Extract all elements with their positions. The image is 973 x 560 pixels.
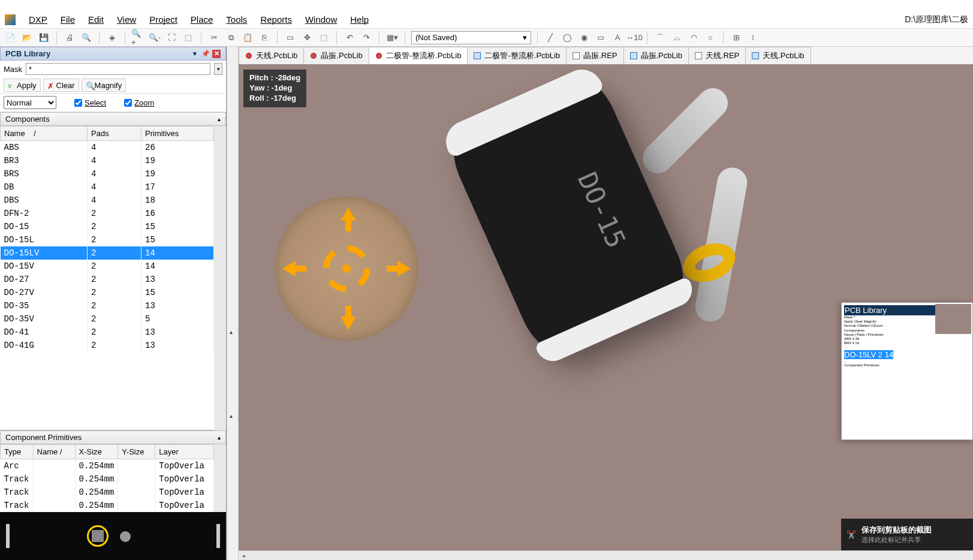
dots-icon[interactable]: ⁞	[746, 31, 760, 44]
menu-edit[interactable]: Edit	[88, 14, 104, 25]
col-ysize[interactable]: Y-Size	[118, 445, 155, 459]
menu-dxp[interactable]: DXP	[29, 14, 47, 25]
cube-icon[interactable]: ◈	[106, 31, 119, 44]
table-row[interactable]: DO-27213	[1, 273, 214, 286]
snapshot-dropdown[interactable]: (Not Saved)▾	[411, 31, 531, 44]
primitives-scrollbar[interactable]	[214, 444, 226, 512]
menu-reports[interactable]: Reports	[260, 14, 292, 25]
mask-dropdown-icon[interactable]: ▾	[214, 63, 222, 75]
document-tab[interactable]: 晶振.PcbLib	[623, 47, 689, 64]
dimension-icon[interactable]: ↔10	[628, 31, 641, 44]
move-icon[interactable]: ✥	[300, 31, 314, 44]
table-row[interactable]: DO-15215	[1, 220, 214, 233]
file-icon	[474, 52, 481, 59]
save-icon[interactable]: 💾	[37, 31, 50, 44]
footprint-preview[interactable]	[0, 512, 226, 560]
table-row[interactable]: Track0.254mmTopOverla	[1, 499, 214, 512]
circle-tool-icon[interactable]: ◯	[561, 31, 574, 44]
file-icon	[375, 52, 382, 59]
table-row[interactable]: ABS426	[1, 141, 214, 155]
zoom-fit-icon[interactable]: ⛶	[165, 31, 178, 44]
document-tab[interactable]: 天线.REP	[688, 47, 746, 64]
menu-window[interactable]: Window	[305, 14, 337, 25]
table-row[interactable]: DFN-2216	[1, 207, 214, 220]
undo-icon[interactable]: ↶	[343, 31, 356, 44]
table-row[interactable]: DBS418	[1, 194, 214, 207]
table-row[interactable]: DO-15V214	[1, 260, 214, 273]
col-xsize[interactable]: X-Size	[75, 445, 118, 459]
document-tab[interactable]: 二极管-整流桥.PcbLib	[467, 47, 567, 64]
nav-compass-icon[interactable]	[275, 197, 418, 341]
col-primitives[interactable]: Primitives	[141, 127, 214, 141]
col-layer[interactable]: Layer	[155, 445, 214, 459]
rect-tool-icon[interactable]: ▭	[594, 31, 607, 44]
document-tab[interactable]: 晶振.REP	[566, 47, 623, 64]
arc1-icon[interactable]: ⌒	[653, 31, 667, 44]
panel-options-icon[interactable]: ▾	[191, 50, 199, 58]
table-row[interactable]: DO-41213	[1, 326, 214, 339]
panel-close-icon[interactable]: ✕	[212, 50, 221, 58]
select-checkbox[interactable]: Select	[74, 98, 106, 107]
snip-notification[interactable]: ✂️ 保存到剪贴板的截图 选择此处标记并共享	[841, 519, 973, 550]
magnify-button[interactable]: 🔍Magnify	[82, 79, 126, 92]
menu-tools[interactable]: Tools	[226, 14, 247, 25]
table-row[interactable]: DO-35V25	[1, 312, 214, 326]
deselect-icon[interactable]: ⬚	[317, 31, 330, 44]
menu-help[interactable]: Help	[350, 14, 369, 25]
grid-icon[interactable]: ▦▾	[385, 31, 399, 44]
components-scrollbar[interactable]	[214, 126, 226, 430]
paste-icon[interactable]: 📋	[241, 31, 254, 44]
select-icon[interactable]: ▭	[284, 31, 297, 44]
col-pads[interactable]: Pads	[88, 127, 141, 141]
preview-icon[interactable]: 🔍	[80, 31, 93, 44]
zoom-checkbox[interactable]: Zoom	[124, 98, 154, 107]
arc3-icon[interactable]: ◠	[687, 31, 700, 44]
table-row[interactable]: DO-15L215	[1, 233, 214, 246]
table-row[interactable]: BRS419	[1, 167, 214, 180]
document-tab[interactable]: 天线.PcbLib	[239, 47, 304, 64]
table-row[interactable]: Track0.254mmTopOverla	[1, 472, 214, 486]
solid-circle-icon[interactable]: ◉	[577, 31, 591, 44]
panel-pin-icon[interactable]: 📌	[201, 50, 210, 58]
col-type[interactable]: Type	[1, 445, 34, 459]
print-icon[interactable]: 🖨	[63, 31, 76, 44]
document-tab[interactable]: 晶振.PcbLib	[303, 47, 369, 64]
mode-select[interactable]: Normal	[4, 96, 56, 109]
3d-viewport[interactable]: Pitch : -28deg Yaw : -1deg Roll : -17deg	[239, 65, 973, 550]
text-tool-icon[interactable]: A	[611, 31, 624, 44]
menu-project[interactable]: Project	[149, 14, 177, 25]
zoom-out-icon[interactable]: 🔍-	[148, 31, 161, 44]
table-row[interactable]: Track0.254mmTopOverla	[1, 486, 214, 499]
apply-button[interactable]: ▿Apply	[4, 79, 41, 92]
document-tab[interactable]: 二极管-整流桥.PcbLib	[369, 47, 468, 64]
table-row[interactable]: BR3419	[1, 154, 214, 167]
open-icon[interactable]: 📂	[20, 31, 34, 44]
col-name[interactable]: Name /	[1, 127, 88, 141]
menu-place[interactable]: Place	[191, 14, 213, 25]
table-row[interactable]: Arc0.254mmTopOverla	[1, 459, 214, 473]
table-row[interactable]: DB417	[1, 180, 214, 194]
table-row[interactable]: DO-15LV214	[1, 246, 214, 260]
redo-icon[interactable]: ↷	[360, 31, 373, 44]
panel-grip[interactable]: ▴ ▴	[227, 47, 239, 560]
clear-button[interactable]: ✗Clear	[43, 79, 79, 92]
copy-icon[interactable]: ⧉	[224, 31, 237, 44]
mask-input[interactable]	[26, 63, 210, 75]
new-icon[interactable]: 📄	[4, 31, 17, 44]
col-pname[interactable]: Name /	[33, 445, 75, 459]
document-tab[interactable]: 天线.PcbLib	[745, 47, 811, 64]
zoom-in-icon[interactable]: 🔍+	[131, 31, 144, 44]
table-row[interactable]: DO-27V215	[1, 286, 214, 299]
arc2-icon[interactable]: ⌓	[670, 31, 683, 44]
stamp-icon[interactable]: ⎘	[258, 31, 271, 44]
cut-icon[interactable]: ✂	[207, 31, 221, 44]
table-row[interactable]: DO-41G213	[1, 339, 214, 352]
zoom-selected-icon[interactable]: ⬚	[182, 31, 195, 44]
menu-file[interactable]: File	[61, 14, 75, 25]
menu-view[interactable]: View	[117, 14, 136, 25]
full-circle-icon[interactable]: ○	[704, 31, 717, 44]
line-tool-icon[interactable]: ╱	[544, 31, 557, 44]
array-icon[interactable]: ⊞	[730, 31, 743, 44]
table-row[interactable]: DO-35213	[1, 299, 214, 312]
horizontal-scrollbar[interactable]: ◂	[239, 550, 973, 560]
